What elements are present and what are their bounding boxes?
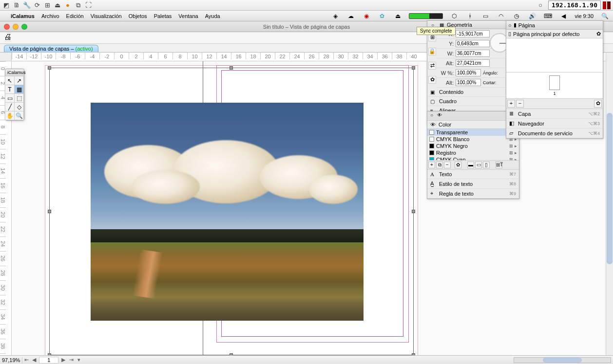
color-row[interactable]: CMYK Cyan⊠ ▸ <box>427 156 519 160</box>
wifi-icon[interactable]: ◠ <box>497 13 505 19</box>
handle-top-right[interactable] <box>412 66 415 70</box>
close-icon[interactable]: ○ <box>508 22 512 28</box>
menu-paletas[interactable]: Paletas <box>154 13 172 19</box>
wrench-icon[interactable]: 🔧 <box>22 1 31 10</box>
line-tool[interactable]: ╱ <box>5 102 15 111</box>
y-input[interactable] <box>456 40 490 47</box>
bluetooth-icon[interactable]: ᚼ <box>465 13 474 19</box>
app-menu[interactable]: iCalamus <box>11 13 35 19</box>
handle-top-center[interactable] <box>230 66 233 70</box>
rect-tool[interactable]: ▭ <box>5 93 15 103</box>
color-opts-button[interactable]: ✿ <box>455 162 461 168</box>
record-icon[interactable]: ◉ <box>362 13 371 19</box>
spotlight-icon[interactable]: 🔍 <box>600 13 609 19</box>
close-button[interactable] <box>4 24 10 30</box>
app-icon[interactable]: ◩ <box>2 1 11 10</box>
dup-color-button[interactable]: ⧉ <box>436 162 443 168</box>
menu-objetos[interactable]: Objetos <box>129 13 147 19</box>
tool-palette[interactable]: iCalamus ↖↗ T▦ ▭⬚ ╱◇ ✋🔍 <box>5 69 24 121</box>
add-color-button[interactable]: + <box>428 162 435 168</box>
h-input[interactable] <box>456 59 490 67</box>
color-row[interactable]: Transparente⊠ ▸ <box>427 129 519 136</box>
hpct-input[interactable] <box>456 79 481 86</box>
handle-mid-right[interactable] <box>412 210 415 213</box>
color-row[interactable]: Registro⊠ ▸ <box>427 149 519 156</box>
pagina-row[interactable]: ◧Navegador⌥⌘3 <box>506 119 603 128</box>
master-preview[interactable] <box>506 38 603 73</box>
disk-icon[interactable]: ⏏ <box>53 1 62 10</box>
direct-select-tool[interactable]: ↗ <box>14 76 24 85</box>
scroll-thumb[interactable] <box>543 358 581 363</box>
text-fill-button[interactable]: ⊞T <box>496 162 502 168</box>
fill-mode-1[interactable]: ▬ <box>467 162 474 168</box>
page-menu-button[interactable]: ▾ <box>75 357 83 363</box>
print-button[interactable]: 🖨 <box>4 33 15 43</box>
add-page-button[interactable]: + <box>507 100 515 108</box>
text-row[interactable]: ATexto⌘7 <box>427 170 519 179</box>
zoom-button[interactable] <box>21 24 27 30</box>
menu-archivo[interactable]: Archivo <box>41 13 59 19</box>
handle-top-left[interactable] <box>48 66 51 70</box>
wpct-input[interactable] <box>456 69 481 76</box>
screenshot-icon[interactable]: ⧉ <box>74 1 82 10</box>
timemachine-icon[interactable]: ◷ <box>512 13 521 19</box>
hand-tool[interactable]: ✋ <box>5 111 15 120</box>
flip-icon[interactable]: ⇄ <box>428 62 436 70</box>
ruler-origin[interactable] <box>0 53 12 61</box>
pagina-row[interactable]: ≣Capa⌥⌘2 <box>506 109 603 119</box>
section-cuadro[interactable]: ▢Cuadro <box>427 97 519 106</box>
cloud-sync-icon[interactable]: ☁ <box>346 13 355 19</box>
page-thumb[interactable] <box>549 75 560 90</box>
tab-layer-view[interactable]: Vista de página de capas – (activo) <box>4 45 98 52</box>
play-icon[interactable]: ◀ <box>559 13 568 19</box>
text-row[interactable]: A̲Estilo de texto⌘8 <box>427 179 519 189</box>
color-tab-1[interactable]: ○ <box>428 112 435 119</box>
color-tab-eye[interactable]: 👁 <box>436 112 443 119</box>
display-icon[interactable]: ▭ <box>481 13 490 19</box>
text-tool[interactable]: T <box>5 85 15 94</box>
next-page-button[interactable]: ▶ <box>59 357 67 363</box>
scroll-thumb[interactable] <box>607 113 613 264</box>
settings-icon[interactable]: ✿ <box>428 76 436 84</box>
clock[interactable]: vie 9:30 <box>575 13 594 19</box>
del-color-button[interactable]: − <box>444 162 451 168</box>
gear-sync-icon[interactable]: ✿ <box>378 13 386 19</box>
fullscreen-icon[interactable]: ⛶ <box>84 1 93 10</box>
new-doc-icon[interactable]: 🗎 <box>12 1 21 10</box>
fill-mode-2[interactable]: ▭ <box>475 162 482 168</box>
zoom-field[interactable]: 97,19% <box>0 357 22 363</box>
remove-page-button[interactable]: − <box>516 100 524 108</box>
menu-edicion[interactable]: Edición <box>66 13 84 19</box>
image-tool[interactable]: ▦ <box>14 85 24 94</box>
minimize-icon[interactable]: ○ <box>536 1 545 10</box>
pagina-row[interactable]: ▱Documento de servicio⌥⌘4 <box>506 128 603 138</box>
x-input[interactable] <box>456 30 490 37</box>
dropbox-icon[interactable]: ⬡ <box>450 13 459 19</box>
prev-page-button[interactable]: ◀ <box>30 357 38 363</box>
volume-icon[interactable]: 🔊 <box>528 13 536 19</box>
zoom-tool[interactable]: 🔍 <box>14 111 24 120</box>
gear-icon[interactable]: ✿ <box>596 31 601 37</box>
page-number-field[interactable]: 1 <box>39 357 58 364</box>
first-page-button[interactable]: ⇤ <box>22 357 30 363</box>
refresh-icon[interactable]: ⟳ <box>33 1 41 10</box>
page-thumbnails[interactable]: 1 <box>506 73 603 99</box>
w-input[interactable] <box>456 50 490 57</box>
menu-visualizacion[interactable]: Visualización <box>91 13 122 19</box>
placed-image[interactable] <box>91 103 364 321</box>
color-row[interactable]: CMYK Blanco⊠ ▸ <box>427 136 519 143</box>
windows-icon[interactable]: ⊞ <box>43 1 52 10</box>
frame-tool[interactable]: ⬚ <box>14 93 24 103</box>
shape-tool[interactable]: ◇ <box>14 102 24 111</box>
vertical-scrollbar[interactable] <box>606 53 613 355</box>
lock-icon[interactable]: 🔒 <box>428 48 436 55</box>
menu-ventana[interactable]: Ventana <box>178 13 198 19</box>
handle-mid-left[interactable] <box>48 210 51 213</box>
keyboard-icon[interactable]: ⌨ <box>543 13 552 19</box>
shield-icon[interactable]: ◈ <box>331 13 340 19</box>
pointer-tool[interactable]: ↖ <box>5 76 15 85</box>
menu-ayuda[interactable]: Ayuda <box>205 13 220 19</box>
page-options-button[interactable]: ✿ <box>594 100 602 108</box>
section-contenido[interactable]: ▣Contenido <box>427 88 519 97</box>
text-row[interactable]: ⌖Regla de texto⌘9 <box>427 189 519 199</box>
